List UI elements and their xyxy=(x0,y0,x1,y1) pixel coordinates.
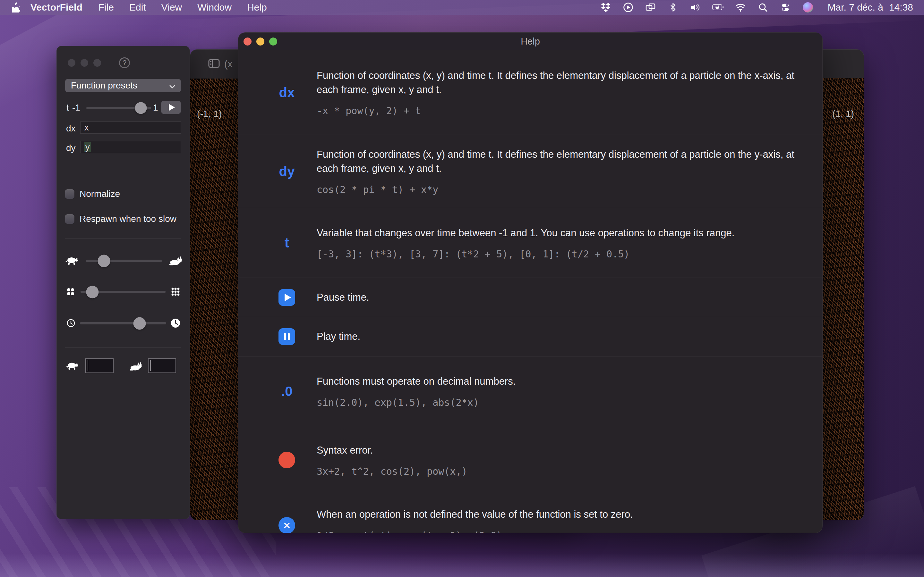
close-button[interactable] xyxy=(68,59,75,67)
dx-input[interactable]: x xyxy=(80,121,181,134)
window-controls-inactive[interactable] xyxy=(68,59,101,67)
tortoise-icon xyxy=(65,361,79,371)
help-row-syntax-error: Syntax error. 3x+2, t^2, cos(2), pow(x,) xyxy=(238,426,822,494)
apple-menu-icon[interactable] xyxy=(12,2,21,13)
fast-color-well[interactable] xyxy=(148,358,176,373)
density-slider-knob[interactable] xyxy=(86,285,99,298)
wallpaper-band xyxy=(0,553,924,577)
wifi-icon[interactable] xyxy=(735,2,746,13)
control-panel: ? Function presets t -1 1 dx x dy y N xyxy=(57,46,190,519)
slow-color-well[interactable] xyxy=(86,358,113,373)
help-code: sin(2.0), exp(1.5), abs(2*x) xyxy=(317,397,515,408)
error-dot-icon xyxy=(278,452,295,468)
help-button[interactable]: ? xyxy=(119,57,130,68)
desktop-wallpaper: VectorField File Edit View Window Help xyxy=(0,0,924,577)
help-text: Functions must operate on decimal number… xyxy=(317,374,515,388)
dy-input[interactable]: y xyxy=(80,141,181,153)
speed-slider-knob[interactable] xyxy=(98,255,110,267)
minimize-button[interactable] xyxy=(256,37,264,45)
pause-button-icon xyxy=(278,328,295,345)
help-row-dy: dy Function of coordinates (x, y) and ti… xyxy=(238,135,822,208)
normalize-checkbox[interactable] xyxy=(65,189,74,199)
minimize-button[interactable] xyxy=(81,59,88,67)
normalize-row: Normalize xyxy=(65,189,120,199)
corner-label-top-left: (-1, 1) xyxy=(197,109,222,119)
spotlight-search-icon[interactable] xyxy=(757,2,769,13)
time-slider-row: t -1 1 xyxy=(57,101,190,115)
time-slider-knob[interactable] xyxy=(135,102,147,114)
dx-value: x xyxy=(84,123,89,133)
help-row-dx: dx Function of coordinates (x, y) and ti… xyxy=(238,50,822,135)
zoom-button[interactable] xyxy=(94,59,101,67)
t-max-label: 1 xyxy=(153,103,158,113)
menu-bar-clock[interactable]: Mar. 7 déc. à 14:38 xyxy=(827,2,913,13)
dropbox-icon[interactable] xyxy=(600,2,612,13)
time-play-button[interactable] xyxy=(161,101,181,114)
menu-window[interactable]: Window xyxy=(190,2,239,13)
dy-label: dy xyxy=(66,143,76,153)
speed-slider[interactable] xyxy=(86,259,162,262)
help-row-play: Play time. xyxy=(238,317,822,356)
help-code: cos(2 * pi * t) + x*y xyxy=(317,184,795,195)
respawn-label: Respawn when too slow xyxy=(79,214,176,224)
dy-value: y xyxy=(84,142,91,152)
help-text: Variable that changes over time between … xyxy=(317,226,734,240)
decimal-label: .0 xyxy=(281,384,292,399)
help-code: 1/0, sqrt(-t), pow(t, -1), (0.0) xyxy=(317,530,633,533)
help-text: Syntax error. xyxy=(317,443,467,458)
help-titlebar[interactable]: Help xyxy=(238,33,822,50)
tortoise-icon xyxy=(65,256,79,266)
density-slider-row xyxy=(57,285,190,299)
hare-icon xyxy=(168,255,183,266)
play-button-icon xyxy=(278,289,295,306)
dx-label: dx xyxy=(66,123,76,134)
help-code: -x * pow(y, 2) + t xyxy=(317,105,795,116)
menu-view[interactable]: View xyxy=(153,2,190,13)
close-button[interactable] xyxy=(244,37,252,45)
dx-label: dx xyxy=(279,85,294,100)
menu-edit[interactable]: Edit xyxy=(121,2,153,13)
dy-label: dy xyxy=(279,164,294,179)
menu-help[interactable]: Help xyxy=(239,2,275,13)
help-text: Play time. xyxy=(317,330,360,343)
t-min-label: -1 xyxy=(72,103,80,113)
app-menu-title[interactable]: VectorField xyxy=(21,2,91,13)
clock-filled-icon xyxy=(171,318,180,328)
divider xyxy=(65,238,181,239)
siri-icon[interactable] xyxy=(802,2,814,13)
help-window: Help dx Function of coordinates (x, y) a… xyxy=(238,32,822,533)
time-slider[interactable] xyxy=(86,107,151,109)
menu-file[interactable]: File xyxy=(91,2,121,13)
volume-icon[interactable] xyxy=(690,2,701,13)
help-row-t: t Variable that changes over time betwee… xyxy=(238,208,822,277)
help-code: 3x+2, t^2, cos(2), pow(x,) xyxy=(317,466,467,477)
trail-slider-knob[interactable] xyxy=(133,317,145,330)
t-label: t xyxy=(66,103,69,113)
bluetooth-icon[interactable] xyxy=(667,2,679,13)
help-text: Function of coordinates (x, y) and time … xyxy=(317,69,795,97)
trail-slider-row xyxy=(57,316,190,330)
normalize-label: Normalize xyxy=(79,189,120,199)
hare-icon xyxy=(129,361,143,371)
zoom-button[interactable] xyxy=(269,37,277,45)
help-text: Pause time. xyxy=(317,290,369,305)
slow-color-swatch xyxy=(87,360,88,371)
help-row-decimal: .0 Functions must operate on decimal num… xyxy=(238,356,822,426)
battery-charging-icon[interactable] xyxy=(712,2,724,13)
screen-mirroring-icon[interactable] xyxy=(645,2,656,13)
function-field-partial-text[interactable]: (x xyxy=(224,58,233,70)
window-title: Help xyxy=(238,36,822,47)
respawn-checkbox[interactable] xyxy=(65,214,74,224)
function-presets-dropdown[interactable]: Function presets xyxy=(65,79,181,92)
clock-outline-icon xyxy=(66,319,75,327)
control-center-icon[interactable] xyxy=(780,2,791,13)
play-circle-icon[interactable] xyxy=(622,2,634,13)
trail-slider[interactable] xyxy=(80,322,166,324)
dx-function-row: dx x xyxy=(57,121,190,134)
density-slider[interactable] xyxy=(81,291,166,293)
help-text: Function of coordinates (x, y) and time … xyxy=(317,147,795,176)
respawn-row: Respawn when too slow xyxy=(65,214,176,224)
many-dots-icon xyxy=(171,287,180,296)
sidebar-toggle-icon[interactable] xyxy=(208,59,220,69)
dropdown-label: Function presets xyxy=(71,81,137,91)
